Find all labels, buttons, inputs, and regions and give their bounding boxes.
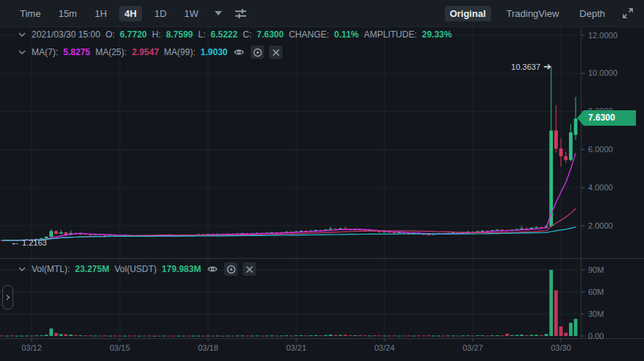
interval-1h[interactable]: 1H [90, 6, 112, 21]
interval-1d[interactable]: 1D [149, 6, 172, 21]
ma25-label: MA(25): [96, 47, 127, 57]
view-tradingview[interactable]: TradingView [501, 6, 565, 21]
svg-text:2.0000: 2.0000 [588, 221, 613, 230]
collapse-chevron-icon[interactable] [18, 48, 26, 57]
open-label: O: [105, 29, 115, 40]
svg-text:0.00: 0.00 [588, 332, 604, 340]
candlestick-chart[interactable]: 03/1203/1503/1803/2103/2403/2703/3012.00… [0, 26, 644, 361]
close-value: 7.6300 [257, 29, 284, 40]
svg-text:10.0000: 10.0000 [588, 68, 618, 77]
low-label: L: [198, 29, 206, 40]
interval-time[interactable]: Time [15, 6, 46, 21]
interval-1w[interactable]: 1W [179, 6, 204, 21]
ma7-value: 5.8275 [63, 47, 90, 57]
view-depth[interactable]: Depth [574, 6, 610, 21]
amplitude-value: 29.33% [422, 29, 452, 40]
view-original[interactable]: Original [445, 6, 491, 21]
svg-text:03/12: 03/12 [21, 343, 42, 352]
svg-text:4.0000: 4.0000 [588, 183, 613, 192]
low-price-value: 1.2163 [22, 238, 47, 247]
volume-legend: Vol(MTL): 23.275M Vol(USDT) 179.983M [18, 262, 256, 276]
close-label: C: [243, 29, 251, 40]
low-value: 6.5222 [211, 29, 238, 40]
eye-icon[interactable] [232, 46, 246, 59]
high-price-annotation: 10.3637 ➔ [511, 61, 551, 72]
svg-text:30M: 30M [588, 310, 604, 318]
axis-labels: 03/1203/1503/1803/2103/2403/2703/3012.00… [21, 31, 618, 353]
gridlines [0, 26, 582, 339]
indicator-config-icon[interactable] [251, 46, 264, 59]
eye-icon[interactable] [206, 262, 219, 276]
svg-text:03/24: 03/24 [374, 343, 395, 352]
change-value: 0.11% [334, 29, 359, 40]
candles [1, 66, 578, 240]
indicator-config-icon[interactable] [224, 262, 237, 276]
high-label: H: [152, 29, 161, 40]
high-price-value: 10.3637 [511, 62, 540, 71]
svg-text:90M: 90M [588, 265, 604, 274]
ma99-value: 1.9030 [201, 47, 228, 57]
interval-selector: Time 15m 1H 4H 1D 1W [0, 6, 248, 21]
amplitude-label: AMPLITUDE: [364, 29, 417, 40]
svg-text:03/30: 03/30 [551, 343, 571, 352]
trading-chart-window: Time 15m 1H 4H 1D 1W Original TradingVie… [0, 0, 644, 361]
svg-text:6.0000: 6.0000 [588, 145, 613, 154]
arrow-right-icon: ➔ [543, 61, 551, 72]
low-price-annotation: ← 1.2163 [10, 237, 47, 248]
svg-text:03/27: 03/27 [462, 343, 483, 352]
volume-bars [1, 270, 578, 337]
last-price-tag: 7.6300 [577, 110, 636, 126]
vol-quote-value: 179.983M [162, 264, 201, 274]
interval-15m[interactable]: 15m [53, 6, 82, 21]
collapse-chevron-icon[interactable] [18, 30, 26, 39]
caret-down-icon[interactable] [211, 6, 226, 21]
vol-base-value: 23.275M [75, 264, 110, 274]
chart-toolbar: Time 15m 1H 4H 1D 1W Original TradingVie… [0, 0, 644, 27]
svg-text:03/21: 03/21 [286, 343, 307, 352]
close-icon[interactable] [243, 262, 256, 276]
arrow-left-icon: ← [10, 237, 20, 248]
ma-legend: MA(7): 5.8275 MA(25): 2.9547 MA(99): 1.9… [18, 46, 282, 59]
svg-text:60M: 60M [588, 287, 604, 296]
svg-text:03/15: 03/15 [110, 343, 130, 352]
vol-quote-label: Vol(USDT) [115, 264, 157, 274]
candle-datetime: 2021/03/30 15:00 [32, 29, 100, 40]
vol-base-label: Vol(MTL): [32, 264, 70, 274]
indicator-settings-icon[interactable] [233, 6, 248, 21]
change-label: CHANGE: [289, 29, 329, 40]
ohlc-legend: 2021/03/30 15:00 O: 6.7720 H: 8.7599 L: … [18, 29, 452, 40]
ma7-line [2, 153, 576, 240]
high-value: 8.7599 [166, 29, 193, 40]
ma-lines [2, 153, 576, 240]
fullscreen-icon[interactable] [620, 6, 635, 21]
collapse-chevron-icon[interactable] [18, 265, 26, 274]
ma99-label: MA(99): [164, 47, 196, 57]
svg-text:03/18: 03/18 [198, 343, 218, 352]
svg-text:12.0000: 12.0000 [588, 31, 618, 40]
pane-expander-button[interactable] [2, 285, 13, 310]
open-value: 6.7720 [120, 29, 147, 40]
interval-4h[interactable]: 4H [119, 6, 142, 21]
close-icon[interactable] [269, 46, 282, 59]
view-selector: Original TradingView Depth [445, 0, 635, 26]
ma7-label: MA(7): [32, 47, 58, 57]
ma25-value: 2.9547 [132, 47, 159, 57]
